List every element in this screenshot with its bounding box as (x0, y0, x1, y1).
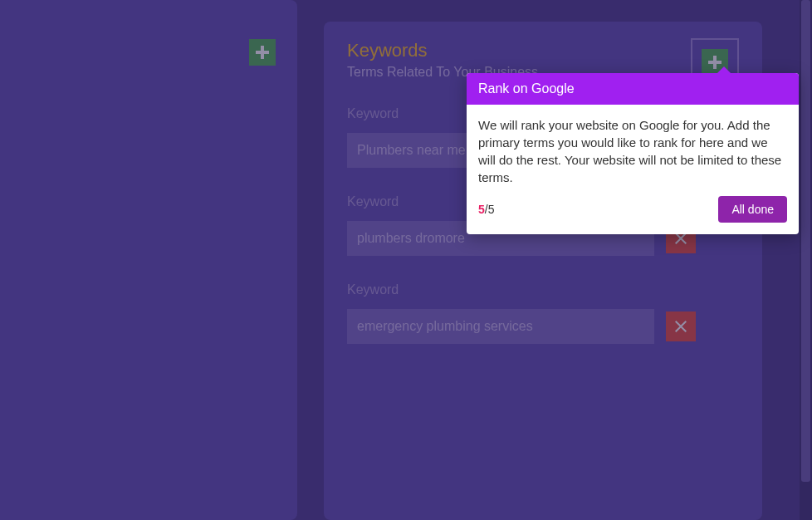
tooltip-body: We will rank your website on Google for … (467, 105, 799, 196)
onboarding-tooltip: Rank on Google We will rank your website… (467, 73, 799, 234)
tooltip-footer: 5/5 All done (467, 196, 799, 234)
tooltip-arrow (716, 66, 732, 75)
tooltip-title: Rank on Google (467, 73, 799, 105)
all-done-button[interactable]: All done (718, 196, 787, 223)
progress-total: /5 (485, 203, 495, 216)
progress-current: 5 (478, 203, 485, 216)
tooltip-progress: 5/5 (478, 203, 494, 216)
